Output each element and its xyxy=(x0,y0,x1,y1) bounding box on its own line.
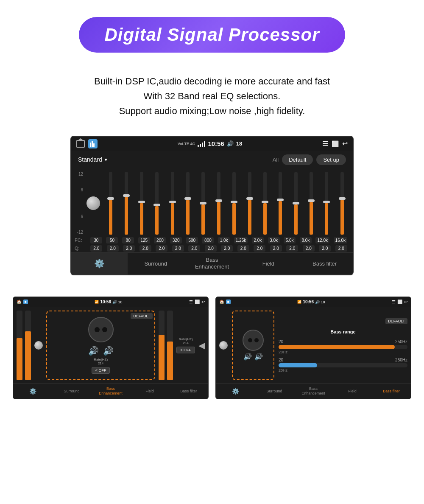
tab-bass-filter[interactable]: Bass filter xyxy=(296,253,353,274)
bass-slider-track2[interactable] xyxy=(279,363,407,367)
bass-eye-left xyxy=(248,338,252,342)
eq-bar-1[interactable] xyxy=(119,172,133,235)
eq-handle-1[interactable] xyxy=(123,194,130,197)
eq-handle-14[interactable] xyxy=(323,201,330,203)
slider-fill-1 xyxy=(17,338,22,380)
eq-handle-11[interactable] xyxy=(277,199,284,201)
off-button-right[interactable]: < OFF xyxy=(176,347,195,353)
eq-handle-6[interactable] xyxy=(200,202,206,204)
small-tab-bass-enh-right[interactable]: Bass Enhancement xyxy=(294,386,333,396)
small-tab-bass-filter-left[interactable]: Bass filter xyxy=(169,389,208,393)
eq-bar-0[interactable] xyxy=(103,172,118,235)
bass-control-label2: 20 250Hz xyxy=(279,358,407,362)
tab-eq[interactable]: ⚙️ xyxy=(71,253,128,274)
eq-bar-2[interactable] xyxy=(134,172,149,235)
eq-bar-3[interactable] xyxy=(150,172,164,235)
preset-label: Standard xyxy=(78,156,102,163)
eq-handle-12[interactable] xyxy=(293,202,299,204)
rate-info-left: Rate(HZ) 214 xyxy=(94,358,108,365)
small-app-icon: ■ xyxy=(23,300,28,304)
tab-surround[interactable]: Surround xyxy=(128,253,184,274)
off-button-left[interactable]: < OFF xyxy=(92,367,110,374)
small-menu-icon-r: ☰ xyxy=(392,300,396,304)
small-status-bar-left: 🏠 ■ 📶 10:56 🔊 18 ☰ ⬜ ↩ xyxy=(13,297,208,307)
eq-bar-7[interactable] xyxy=(212,172,226,235)
eq-bar-8[interactable] xyxy=(227,172,241,235)
tab-bass-enhancement[interactable]: Bass Enhancement xyxy=(184,253,240,274)
eq-handle-3[interactable] xyxy=(153,204,160,206)
default-button[interactable]: Default xyxy=(282,154,313,165)
eq-bar-9[interactable] xyxy=(242,172,257,235)
slider-right-2[interactable] xyxy=(167,311,173,380)
hamburger-icon[interactable]: ☰ xyxy=(322,140,328,148)
rate-value-right: 214 xyxy=(179,341,193,345)
bass-speaker-icons: 🔊 🔊 xyxy=(243,353,263,361)
small-tab-surround-left[interactable]: Surround xyxy=(52,389,91,393)
default-btn-left[interactable]: DEFAULT xyxy=(131,313,153,319)
eq-bar-11[interactable] xyxy=(273,172,287,235)
q-value-10: 2.0 xyxy=(254,245,265,252)
slider-left-1[interactable] xyxy=(17,311,22,380)
eq-visualizer: 12 6 -6 -12 xyxy=(71,168,353,236)
small-tab-bass-enh-left[interactable]: Bass Enhancement xyxy=(91,386,130,396)
equalizer-icon: ⚙️ xyxy=(94,258,105,269)
eq-bar-10[interactable] xyxy=(258,172,272,235)
eq-bar-14[interactable] xyxy=(319,172,334,235)
eq-handle-13[interactable] xyxy=(308,199,315,202)
eq-bar-12[interactable] xyxy=(289,172,303,235)
small-tab-field-right[interactable]: Field xyxy=(333,389,372,393)
tab-field[interactable]: Field xyxy=(240,253,296,274)
slider-right-1[interactable] xyxy=(159,311,165,380)
fc-value-13: 8.0k xyxy=(300,237,312,244)
desc-line3: Support audio mixing;Low noise ,high fid… xyxy=(94,104,330,118)
eq-handle-9[interactable] xyxy=(246,197,253,200)
scale-6: 6 xyxy=(81,188,83,192)
small-tab-field-left[interactable]: Field xyxy=(130,389,169,393)
eq-bar-6[interactable] xyxy=(196,172,210,235)
eq-bar-15[interactable] xyxy=(335,172,349,235)
volume-knob[interactable] xyxy=(86,196,100,210)
small-signal: 📶 xyxy=(95,300,99,304)
surround-speaker-area: DEFAULT 🔊 🔊 Rate(HZ) xyxy=(46,311,155,380)
eq-handle-2[interactable] xyxy=(138,201,145,203)
bass-control-row2: 20 250Hz 20Hz xyxy=(279,358,407,372)
q-value-2: 2.0 xyxy=(123,245,135,252)
preset-selector[interactable]: Standard ▼ xyxy=(78,156,108,163)
slider-left-2[interactable] xyxy=(25,311,31,380)
small-tab-bass-filter-right[interactable]: Bass filter xyxy=(372,389,411,393)
signal-bars xyxy=(198,141,205,147)
small-status-center-left: 📶 10:56 🔊 18 xyxy=(95,300,122,304)
volume-icon: 🔊 xyxy=(227,140,234,147)
setup-button[interactable]: Set up xyxy=(316,154,346,165)
eq-handle-0[interactable] xyxy=(107,197,114,200)
slider2-right-label: 250Hz xyxy=(395,358,407,362)
svg-rect-2 xyxy=(93,143,95,147)
speaker-diagram: 🔊 🔊 Rate(HZ) 214 < OFF xyxy=(88,317,114,374)
status-right: ☰ ⬜ ↩ xyxy=(322,140,348,148)
bar3 xyxy=(202,143,203,147)
small-tab-eq-left[interactable]: ⚙️ xyxy=(13,388,52,395)
back-arrow-icon[interactable]: ↩ xyxy=(342,140,348,148)
eq-handle-7[interactable] xyxy=(215,199,222,202)
eq-buttons: All Default Set up xyxy=(273,154,346,165)
small-tab-surround-right[interactable]: Surround xyxy=(255,389,294,393)
eq-handle-10[interactable] xyxy=(262,201,268,203)
eq-bar-4[interactable] xyxy=(165,172,180,235)
eq-handle-8[interactable] xyxy=(231,201,237,203)
eq-handle-15[interactable] xyxy=(339,197,346,200)
bar4 xyxy=(204,141,205,147)
default-btn-right[interactable]: DEFAULT xyxy=(385,318,407,324)
bass-volume-knob[interactable] xyxy=(219,341,228,350)
eq-bars-icon xyxy=(90,141,96,147)
small-volume-knob[interactable] xyxy=(34,341,43,350)
small-tab-eq-right[interactable]: ⚙️ xyxy=(216,388,255,395)
small-status-bar-right: 🏠 ■ 📶 10:56 🔊 18 ☰ ⬜ ↩ xyxy=(216,297,411,307)
eq-handle-4[interactable] xyxy=(169,201,176,203)
eq-handle-5[interactable] xyxy=(184,197,191,200)
eq-bar-13[interactable] xyxy=(304,172,318,235)
slider-fill-2 xyxy=(25,331,31,380)
eq-bar-5[interactable] xyxy=(181,172,195,235)
bass-slider-track1[interactable] xyxy=(279,345,407,349)
q-value-11: 2.0 xyxy=(270,245,282,252)
small-home-icon-r: 🏠 xyxy=(219,300,224,304)
